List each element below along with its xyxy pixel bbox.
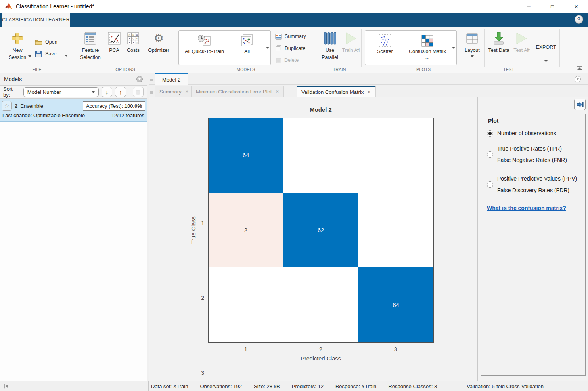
all-models-label: All <box>244 49 250 54</box>
export-label: EXPORT <box>536 44 556 50</box>
help-button[interactable]: ? <box>575 15 583 24</box>
tab-model-2[interactable]: Model 2 <box>155 73 188 85</box>
costs-button[interactable]: ○×× ×○× ××○ Costs <box>124 30 143 54</box>
save-label: Save <box>45 51 57 57</box>
tab-min-classification-error-plot[interactable]: Minimum Classification Error Plot✕ <box>191 86 284 97</box>
delete-label: Delete <box>284 57 299 63</box>
title-bar: Classification Learner - untitled* ─ □ ✕ <box>0 0 588 13</box>
sort-ascending-button[interactable]: ↑ <box>115 87 126 97</box>
cm-cell-3-3: 64 <box>358 267 433 342</box>
models-panel-menu-button[interactable] <box>136 76 143 82</box>
svg-text:○: ○ <box>132 37 134 40</box>
new-session-button[interactable]: New Session <box>4 30 31 57</box>
classification-learner-window: Classification Learner - untitled* ─ □ ✕… <box>0 0 588 391</box>
save-dropdown[interactable] <box>65 51 68 60</box>
document-actions-button[interactable] <box>575 76 581 82</box>
radio-tpr-fnr[interactable]: True Positive Rates (TPR) False Negative… <box>487 143 567 166</box>
costs-icon: ○×× ×○× ××○ <box>127 32 139 44</box>
delete-model-button[interactable] <box>133 87 144 97</box>
status-response-classes: Response Classes: 3 <box>388 383 437 389</box>
radio-button-icon <box>487 151 493 158</box>
y-axis-label: True Class <box>190 216 197 244</box>
radio-number-of-observations[interactable]: Number of observations <box>487 128 556 139</box>
pca-button[interactable]: PCA <box>105 30 123 54</box>
pca-label: PCA <box>109 47 119 54</box>
confusion-matrix-button[interactable]: Confusion Matrix ... <box>405 31 450 65</box>
cm-cell-3-1 <box>209 267 283 342</box>
test-all-button[interactable]: Test All <box>512 30 531 51</box>
test-data-icon <box>492 32 505 45</box>
cm-cell-2-3 <box>358 193 433 268</box>
svg-text:○: ○ <box>128 33 130 37</box>
sort-descending-button[interactable]: ↓ <box>102 87 112 97</box>
radio-ppv-fdr[interactable]: Positive Predictive Values (PPV) False D… <box>487 173 577 196</box>
confusion-matrix-icon <box>421 35 433 47</box>
close-icon[interactable]: ✕ <box>367 90 371 95</box>
layout-icon <box>466 33 478 44</box>
layout-label: Layout <box>465 47 480 54</box>
status-observations: Observations: 192 <box>200 383 242 389</box>
models-gallery: All Quick-To-Train All <box>178 30 271 65</box>
duplicate-label: Duplicate <box>285 46 305 51</box>
save-button[interactable]: Save <box>35 49 57 59</box>
section-label-file: FILE <box>13 67 61 72</box>
tab-summary[interactable]: Summary✕ <box>155 86 193 97</box>
arrow-to-bar-icon <box>576 101 584 108</box>
delete-button[interactable]: Delete <box>275 55 299 65</box>
feature-selection-icon <box>84 32 96 45</box>
optimizer-button[interactable]: ⚙ Optimizer <box>143 30 174 54</box>
plots-gallery-dropdown[interactable] <box>450 31 456 65</box>
section-label-options: OPTIONS <box>102 67 149 72</box>
layout-button[interactable]: Layout <box>460 30 485 57</box>
status-response: Response: YTrain <box>335 383 376 389</box>
what-is-confusion-matrix-link[interactable]: What is the confusion matrix? <box>487 205 566 211</box>
cm-cell-1-3 <box>358 118 433 193</box>
figure-tab-drag-handle[interactable] <box>150 88 153 95</box>
cm-cell-1-2 <box>283 118 358 193</box>
tab-validation-confusion-matrix[interactable]: Validation Confusion Matrix✕ <box>297 86 376 97</box>
open-button[interactable]: Open <box>35 37 57 47</box>
x-tick-2: 2 <box>313 346 329 353</box>
train-all-button[interactable]: Train All <box>342 30 360 51</box>
favorite-star-button[interactable]: ☆ <box>2 101 12 111</box>
document-area: Model 2 Summary✕ Minimum Classification … <box>149 73 588 381</box>
duplicate-button[interactable]: Duplicate <box>275 44 305 53</box>
use-parallel-icon <box>324 32 336 45</box>
confusion-matrix-chart: Model 2 6426264 1 2 3 .ytick{top:calc(va… <box>149 97 478 381</box>
export-button[interactable]: EXPORT <box>533 44 559 62</box>
collapse-status-panel-button[interactable] <box>4 383 10 390</box>
y-tick-3: 3 <box>192 370 204 376</box>
radio-button-icon <box>487 181 493 188</box>
model-list-item-2[interactable]: ☆ 2 Ensemble Accuracy (Test): 100.0% Las… <box>0 99 147 122</box>
sort-select[interactable]: Model Number <box>23 87 99 97</box>
x-tick-1: 1 <box>238 346 254 353</box>
tab-row-drag-handle[interactable] <box>150 76 153 83</box>
cm-cell-3-2 <box>283 267 358 342</box>
svg-text:○: ○ <box>136 41 138 44</box>
maximize-button[interactable]: □ <box>540 0 564 13</box>
plot-options-title: Plot <box>488 118 498 124</box>
collapse-ribbon-button[interactable] <box>576 65 583 72</box>
feature-selection-button[interactable]: Feature Selection <box>76 30 105 61</box>
panel-splitter[interactable] <box>147 73 149 381</box>
minimize-button[interactable]: ─ <box>517 0 540 13</box>
models-gallery-dropdown[interactable] <box>264 31 270 65</box>
close-icon[interactable]: ✕ <box>185 89 189 94</box>
scatter-plot-button[interactable]: Scatter <box>365 31 405 65</box>
summary-button[interactable]: Summary <box>275 32 306 41</box>
models-panel-header: Models <box>0 73 147 86</box>
use-parallel-button[interactable]: Use Parallel <box>319 30 341 61</box>
plot-options-panel: Plot Number of observations True Positiv… <box>478 97 588 381</box>
tab-classification-learner[interactable]: CLASSIFICATION LEARNER <box>2 13 70 27</box>
status-bar: Data set: XTrain Observations: 192 Size:… <box>0 381 588 391</box>
scatter-icon <box>379 34 391 47</box>
close-icon[interactable]: ✕ <box>275 89 279 94</box>
collapse-panel-button[interactable] <box>574 99 586 110</box>
close-button[interactable]: ✕ <box>564 0 588 13</box>
test-data-button[interactable]: Test Data <box>487 30 511 51</box>
x-axis-label: Predicted Class <box>208 355 433 362</box>
all-quick-to-train-button[interactable]: All Quick-To-Train <box>179 31 230 65</box>
skip-to-start-icon <box>4 383 10 389</box>
star-icon: ☆ <box>4 103 10 109</box>
all-models-button[interactable]: All <box>230 31 264 65</box>
